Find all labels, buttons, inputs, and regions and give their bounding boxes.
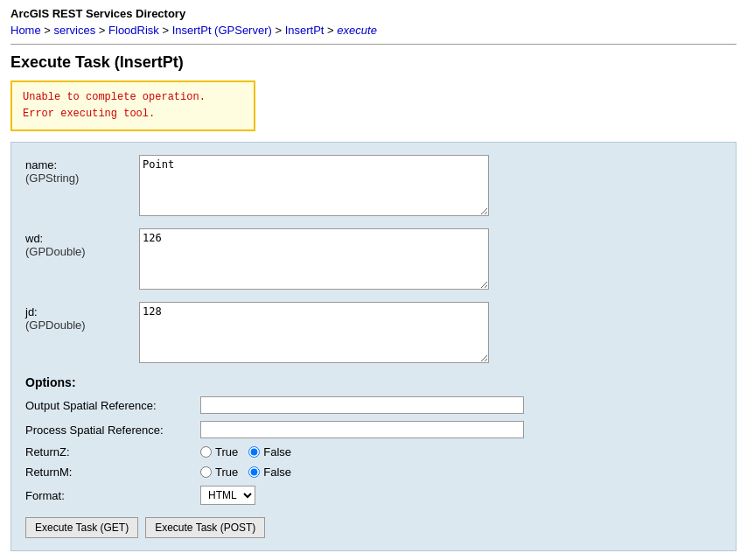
returnz-true-radio[interactable]: [200, 446, 212, 458]
option-row-returnz: ReturnZ: True False: [25, 445, 722, 458]
name-textarea[interactable]: Point: [139, 155, 489, 216]
form-section: name: (GPString) Point wd: (GPDouble) 12…: [10, 142, 737, 551]
returnz-false-radio[interactable]: [248, 446, 260, 458]
option-row-process-spatial-ref: Process Spatial Reference:: [25, 421, 722, 438]
breadcrumb-home[interactable]: Home: [10, 24, 41, 37]
output-spatial-ref-input[interactable]: [200, 396, 524, 414]
options-title: Options:: [25, 375, 722, 389]
app-title: ArcGIS REST Services Directory: [10, 7, 737, 20]
returnz-true-label[interactable]: True: [200, 445, 238, 458]
process-spatial-ref-input[interactable]: [200, 421, 524, 438]
field-row-jd: jd: (GPDouble) 128: [25, 302, 722, 363]
option-row-output-spatial-ref: Output Spatial Reference:: [25, 396, 722, 414]
page-title: Execute Task (InsertPt): [10, 53, 737, 72]
process-spatial-ref-label: Process Spatial Reference:: [25, 424, 200, 437]
error-line1: Unable to complete operation.: [23, 89, 243, 106]
error-line2: Error executing tool.: [23, 106, 243, 122]
format-select[interactable]: HTML JSON AMF KMZL: [200, 486, 255, 505]
field-label-jd: jd: (GPDouble): [25, 302, 139, 332]
output-spatial-ref-label: Output Spatial Reference:: [25, 399, 200, 412]
field-label-name: name: (GPString): [25, 155, 139, 185]
field-label-wd: wd: (GPDouble): [25, 228, 139, 258]
field-row-name: name: (GPString) Point: [25, 155, 722, 216]
breadcrumb: Home > services > FloodRisk > InsertPt (…: [10, 24, 737, 37]
error-box: Unable to complete operation. Error exec…: [10, 80, 255, 131]
execute-post-button[interactable]: Execute Task (POST): [145, 517, 265, 538]
wd-textarea[interactable]: 126: [139, 228, 489, 290]
format-label: Format:: [25, 489, 200, 502]
breadcrumb-insertpt[interactable]: InsertPt: [285, 24, 325, 37]
option-row-format: Format: HTML JSON AMF KMZL: [25, 486, 722, 505]
options-section: Options: Output Spatial Reference: Proce…: [25, 375, 722, 538]
jd-textarea[interactable]: 128: [139, 302, 489, 363]
returnm-radio-group: True False: [200, 466, 291, 479]
returnz-radio-group: True False: [200, 445, 291, 458]
breadcrumb-execute[interactable]: execute: [337, 24, 377, 37]
returnm-true-label[interactable]: True: [200, 466, 238, 479]
returnm-true-radio[interactable]: [200, 466, 212, 478]
button-row: Execute Task (GET) Execute Task (POST): [25, 517, 722, 538]
returnz-false-label[interactable]: False: [248, 445, 291, 458]
field-row-wd: wd: (GPDouble) 126: [25, 228, 722, 290]
option-row-returnm: ReturnM: True False: [25, 466, 722, 479]
breadcrumb-services[interactable]: services: [54, 24, 96, 37]
returnm-false-radio[interactable]: [248, 466, 260, 478]
returnz-label: ReturnZ:: [25, 445, 200, 458]
breadcrumb-floodrisk[interactable]: FloodRisk: [108, 24, 159, 37]
breadcrumb-insertpt-gpserver[interactable]: InsertPt (GPServer): [172, 24, 272, 37]
execute-get-button[interactable]: Execute Task (GET): [25, 517, 138, 538]
returnm-label: ReturnM:: [25, 466, 200, 479]
returnm-false-label[interactable]: False: [248, 466, 291, 479]
